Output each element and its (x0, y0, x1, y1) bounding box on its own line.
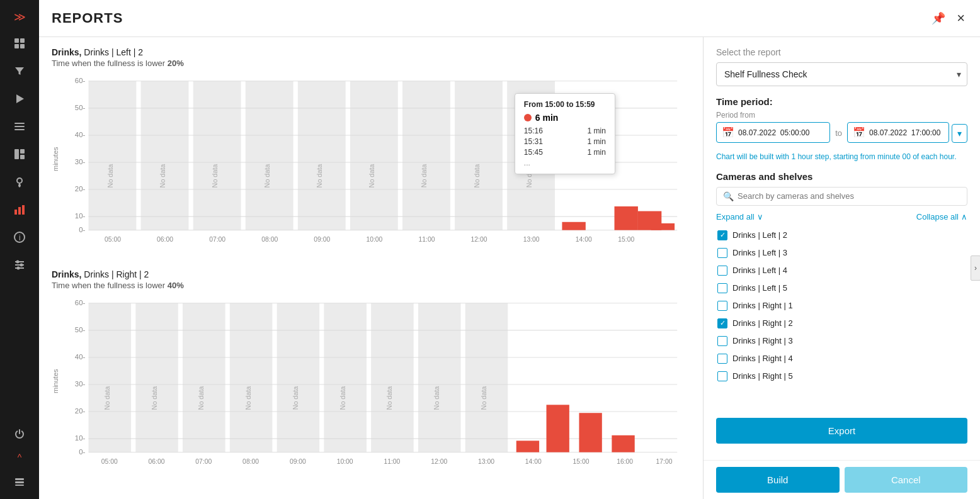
svg-rect-105 (516, 440, 539, 452)
build-button[interactable]: Build (716, 467, 840, 493)
cancel-button[interactable]: Cancel (845, 467, 968, 493)
svg-text:10-: 10- (75, 211, 86, 220)
svg-rect-93 (371, 303, 414, 452)
svg-text:50-: 50- (75, 103, 86, 111)
svg-rect-107 (579, 413, 601, 452)
play-icon[interactable] (8, 87, 31, 111)
period-from-input-box[interactable]: 📅 (716, 122, 830, 143)
svg-rect-1 (20, 38, 25, 43)
right-panel: Select the report Shelf Fullness Check ▾… (703, 37, 980, 499)
shelf-item-8[interactable]: Drinks | Right | 4 (716, 351, 967, 366)
svg-rect-14 (22, 205, 25, 215)
expand-collapse-row: Expand all ∨ Collapse all ∧ (716, 212, 967, 221)
shelf-checkbox-5[interactable] (717, 301, 727, 311)
shelf-checkbox-8[interactable] (717, 354, 727, 364)
svg-rect-3 (20, 44, 25, 48)
svg-text:No data: No data (339, 386, 346, 410)
close-button[interactable]: × (954, 8, 967, 29)
shelf-item-4[interactable]: Drinks | Left | 5 (716, 281, 967, 296)
tooltip-val-2: 1 min (587, 137, 605, 146)
layers-icon[interactable] (8, 469, 31, 493)
tooltip-total-label: 6 min (535, 113, 559, 123)
shelf-item-7[interactable]: Drinks | Right | 3 (716, 334, 967, 349)
tooltip-ellipsis: ... (524, 159, 606, 167)
svg-text:No data: No data (292, 386, 299, 410)
period-from-input[interactable] (738, 128, 819, 137)
sliders-icon[interactable] (8, 253, 31, 277)
grid-icon[interactable] (8, 31, 31, 55)
svg-rect-92 (324, 303, 367, 452)
header-icons: 📌 × (929, 8, 967, 29)
list-icon[interactable] (8, 115, 31, 138)
svg-rect-25 (15, 485, 24, 486)
content-area: Drinks, Drinks | Left | 2 Time when the … (39, 37, 980, 499)
right-panel-expand-arrow[interactable]: › (971, 255, 980, 281)
power-icon[interactable] (8, 422, 31, 446)
period-to-input[interactable] (869, 128, 943, 137)
report-select[interactable]: Shelf Fullness Check (716, 62, 967, 86)
svg-text:No data: No data (421, 164, 428, 188)
period-to-group: 📅 ▾ (847, 111, 967, 143)
report-select-wrapper: Shelf Fullness Check ▾ (716, 62, 967, 86)
shelf-checkbox-2[interactable] (717, 248, 727, 258)
svg-text:No data: No data (316, 164, 323, 188)
svg-text:12:00: 12:00 (431, 457, 447, 465)
chevron-up-icon[interactable]: ^ (15, 450, 25, 465)
period-from-label: Period from (716, 111, 830, 120)
layout-icon[interactable] (8, 142, 31, 166)
chart2-inner[interactable]: 60- 50- 40- 30- 20- 10- 0- (62, 296, 690, 473)
svg-text:No data: No data (159, 164, 166, 188)
expand-arrows-icon[interactable]: ≫ (10, 6, 30, 28)
location-icon[interactable] (8, 170, 31, 194)
shelf-item-5[interactable]: Drinks | Right | 1 (716, 298, 967, 313)
time-dropdown-button[interactable]: ▾ (952, 124, 967, 143)
svg-rect-7 (14, 129, 25, 130)
shelf-checkbox-3[interactable] (717, 266, 727, 276)
funnel-icon[interactable] (8, 59, 31, 83)
search-input[interactable] (738, 191, 960, 201)
shelf-item-9[interactable]: Drinks | Right | 5 (716, 369, 967, 384)
time-period-row: Period from 📅 to 📅 (716, 111, 967, 143)
search-box[interactable]: 🔍 (716, 187, 967, 206)
chart1-area: minutes 60- 5 (52, 74, 690, 250)
svg-text:15:00: 15:00 (618, 235, 634, 243)
svg-text:10:00: 10:00 (337, 457, 353, 465)
svg-rect-46 (402, 81, 450, 230)
svg-text:40-: 40- (75, 130, 86, 138)
time-period-section: Time period: Period from 📅 to (716, 96, 967, 143)
shelf-checkbox-4[interactable] (717, 283, 727, 293)
svg-rect-58 (562, 222, 585, 230)
svg-text:No data: No data (368, 164, 376, 188)
shelf-item-6[interactable]: Drinks | Right | 2 (716, 316, 967, 331)
chart1-inner[interactable]: 60- 50- 40- 30- 20- 10- 0- (62, 74, 690, 250)
svg-text:30-: 30- (75, 379, 86, 388)
svg-text:07:00: 07:00 (209, 235, 225, 243)
chart1-shelf: Drinks | Left | 2 (84, 47, 143, 57)
svg-rect-87 (89, 303, 132, 452)
shelf-checkbox-6[interactable] (717, 318, 727, 328)
svg-marker-4 (16, 94, 24, 103)
shelf-item-3[interactable]: Drinks | Left | 4 (716, 263, 967, 278)
sidebar-bottom: ^ (8, 422, 31, 493)
shelf-checkbox-1[interactable] (717, 230, 727, 240)
svg-rect-40 (89, 81, 137, 230)
export-button[interactable]: Export (716, 418, 967, 444)
shelf-item-2[interactable]: Drinks | Left | 3 (716, 245, 967, 261)
chart-bar-icon[interactable] (8, 198, 31, 221)
shelf-label-7: Drinks | Right | 3 (732, 336, 793, 345)
svg-rect-24 (15, 481, 24, 483)
shelf-checkbox-9[interactable] (717, 371, 727, 381)
svg-text:08:00: 08:00 (242, 457, 259, 465)
svg-rect-108 (612, 435, 634, 452)
chart2-title: Drinks, Drinks | Right | 2 (52, 269, 690, 279)
pin-button[interactable]: 📌 (929, 8, 948, 29)
collapse-all-button[interactable]: Collapse all ∧ (916, 212, 967, 221)
tooltip-dot (524, 114, 532, 121)
shelf-label-8: Drinks | Right | 4 (732, 354, 793, 363)
info-circle-icon[interactable]: i (8, 225, 31, 249)
expand-all-button[interactable]: Expand all ∨ (716, 212, 763, 221)
period-to-input-box[interactable]: 📅 (847, 122, 949, 143)
shelf-checkbox-7[interactable] (717, 336, 727, 346)
shelf-item-1[interactable]: Drinks | Left | 2 (716, 228, 967, 243)
svg-rect-91 (277, 303, 320, 452)
